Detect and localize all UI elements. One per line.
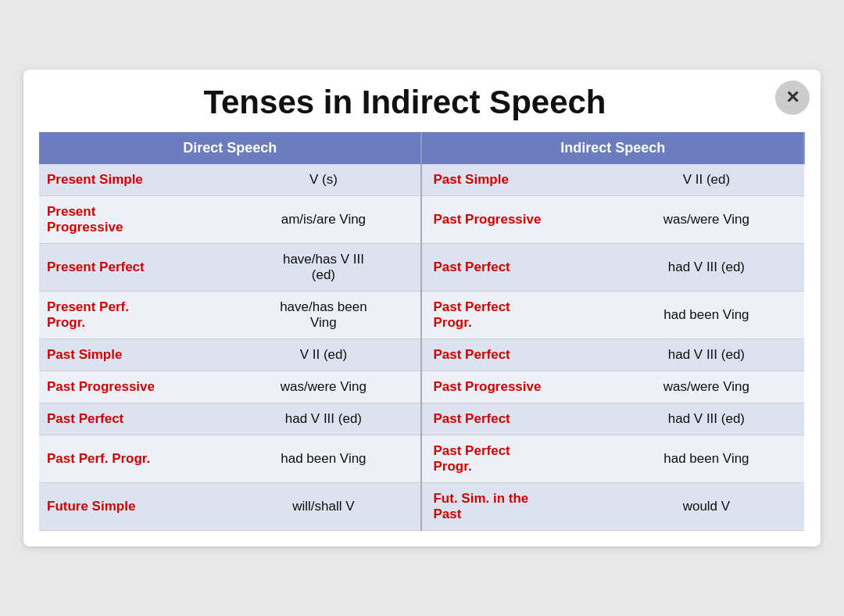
indirect-form: had V III (ed) xyxy=(609,339,804,371)
direct-form: V II (ed) xyxy=(226,339,421,371)
direct-tense: Future Simple xyxy=(39,483,226,531)
indirect-tense: Past Perfect xyxy=(421,339,608,371)
table-row: Past Perf. Progr.had been VingPast Perfe… xyxy=(39,435,804,483)
direct-tense: Present Perfect xyxy=(39,244,226,292)
direct-form: have/has been Ving xyxy=(226,292,421,339)
direct-tense: Present Progressive xyxy=(39,196,226,244)
direct-form: V (s) xyxy=(226,164,421,196)
table-row: Present Progressiveam/is/are VingPast Pr… xyxy=(39,196,804,244)
page-title: Tenses in Indirect Speech xyxy=(39,84,805,121)
direct-form: had V III (ed) xyxy=(226,403,421,435)
indirect-tense: Past Progressive xyxy=(421,371,608,403)
table-row: Present SimpleV (s)Past SimpleV II (ed) xyxy=(39,164,804,196)
direct-tense: Past Perfect xyxy=(39,403,226,435)
direct-tense: Past Progressive xyxy=(39,371,226,403)
indirect-tense: Past Perfect xyxy=(421,403,608,435)
indirect-form: had V III (ed) xyxy=(609,244,804,292)
direct-tense: Past Simple xyxy=(39,339,226,371)
table-row: Past SimpleV II (ed)Past Perfecthad V II… xyxy=(39,339,804,371)
direct-tense: Past Perf. Progr. xyxy=(39,435,226,483)
indirect-speech-header: Indirect Speech xyxy=(421,132,804,164)
direct-speech-header: Direct Speech xyxy=(39,132,421,164)
indirect-tense: Past Perfect Progr. xyxy=(421,435,608,483)
indirect-tense: Past Perfect Progr. xyxy=(421,292,608,339)
table-row: Present Perf. Progr.have/has been VingPa… xyxy=(39,292,804,339)
direct-form: was/were Ving xyxy=(226,371,421,403)
indirect-tense: Past Simple xyxy=(421,164,608,196)
indirect-form: had been Ving xyxy=(609,435,804,483)
indirect-form: would V xyxy=(609,483,804,531)
direct-tense: Present Perf. Progr. xyxy=(39,292,226,339)
main-container: Tenses in Indirect Speech ✕ Direct Speec… xyxy=(23,70,821,546)
indirect-form: was/were Ving xyxy=(609,371,804,403)
direct-form: will/shall V xyxy=(226,483,421,531)
indirect-tense: Past Perfect xyxy=(421,244,608,292)
table-row: Present Perfecthave/has V III (ed)Past P… xyxy=(39,244,804,292)
indirect-tense: Fut. Sim. in the Past xyxy=(421,483,608,531)
direct-form: have/has V III (ed) xyxy=(226,244,421,292)
indirect-tense: Past Progressive xyxy=(421,196,608,244)
indirect-form: had V III (ed) xyxy=(609,403,804,435)
indirect-form: V II (ed) xyxy=(609,164,804,196)
tenses-table: Direct Speech Indirect Speech Present Si… xyxy=(39,132,805,531)
table-header-row: Direct Speech Indirect Speech xyxy=(39,132,804,164)
direct-tense: Present Simple xyxy=(39,164,226,196)
indirect-form: was/were Ving xyxy=(609,196,804,244)
close-button[interactable]: ✕ xyxy=(775,81,810,115)
table-row: Future Simplewill/shall VFut. Sim. in th… xyxy=(39,483,804,531)
table-row: Past Perfecthad V III (ed)Past Perfectha… xyxy=(39,403,804,435)
indirect-form: had been Ving xyxy=(609,292,804,339)
table-row: Past Progressivewas/were VingPast Progre… xyxy=(39,371,804,403)
direct-form: had been Ving xyxy=(226,435,421,483)
direct-form: am/is/are Ving xyxy=(226,196,421,244)
